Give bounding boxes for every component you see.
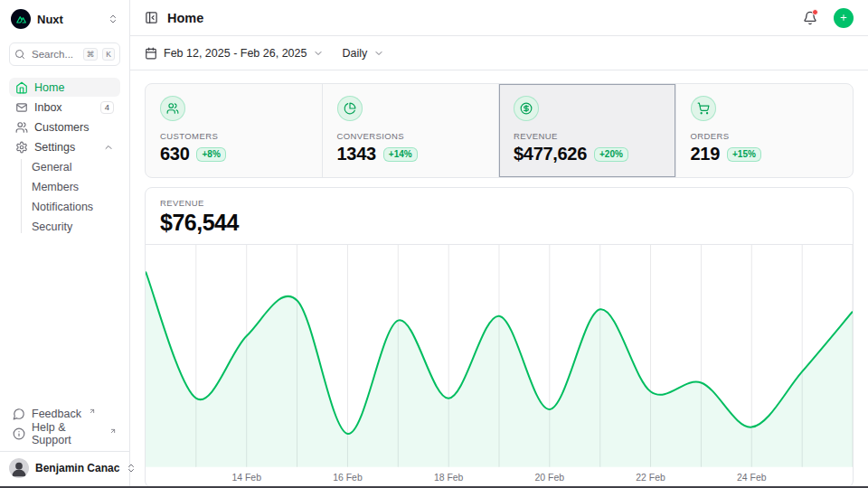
period-select[interactable]: Daily <box>342 47 384 60</box>
sidebar-footer: Feedback Help & Support <box>9 404 120 444</box>
sidebar-item-label: Home <box>34 81 114 94</box>
feedback-label: Feedback <box>32 408 81 420</box>
external-link-icon <box>89 408 96 415</box>
chart-metric-value: $76,544 <box>160 210 838 236</box>
revenue-area-chart[interactable]: 14 Feb16 Feb18 Feb20 Feb22 Feb24 Feb <box>146 245 853 486</box>
sidebar-item-label: Inbox <box>34 101 94 114</box>
sidebar: Nuxt ⌘ K Home Inbo <box>0 0 130 486</box>
search-input[interactable] <box>30 48 79 61</box>
avatar <box>9 458 29 478</box>
stat-value: 630 <box>160 144 189 164</box>
sidebar-item-inbox[interactable]: Inbox 4 <box>9 98 120 117</box>
kbd-cmd: ⌘ <box>83 48 99 61</box>
stats-row: CUSTOMERS 630 +8% CONVERSIONS 1343 +14% <box>145 83 854 178</box>
nuxt-logo <box>11 9 31 29</box>
stat-label: ORDERS <box>691 131 839 141</box>
home-icon <box>15 81 28 94</box>
sidebar-item-members[interactable]: Members <box>32 177 120 196</box>
page-title: Home <box>167 11 203 25</box>
stat-delta-badge: +15% <box>727 147 761 162</box>
feedback-icon <box>13 408 25 420</box>
filters-toolbar: Feb 12, 2025 - Feb 26, 2025 Daily <box>130 36 868 70</box>
date-range-picker[interactable]: Feb 12, 2025 - Feb 26, 2025 <box>145 47 324 60</box>
sidebar-item-label: Notifications <box>32 201 93 213</box>
user-name: Benjamin Canac <box>35 462 119 474</box>
svg-text:24 Feb: 24 Feb <box>737 472 767 483</box>
stat-delta-badge: +20% <box>594 147 628 162</box>
svg-text:22 Feb: 22 Feb <box>636 472 665 483</box>
notifications-button[interactable] <box>803 11 817 25</box>
dollar-circle-icon <box>514 96 539 121</box>
chevron-down-icon <box>313 48 324 59</box>
panel-left-close-icon <box>145 11 158 24</box>
collapse-sidebar-button[interactable] <box>145 11 158 24</box>
stat-value: $477,626 <box>514 144 587 164</box>
sidebar-item-label: Customers <box>34 121 114 134</box>
help-support-label: Help & Support <box>32 421 102 446</box>
search-icon <box>14 49 25 60</box>
external-link-icon <box>109 427 117 435</box>
kbd-k: K <box>102 48 115 61</box>
help-support-link[interactable]: Help & Support <box>9 424 120 443</box>
workspace-switcher[interactable]: Nuxt <box>9 7 120 31</box>
chart-header: REVENUE $76,544 <box>146 188 853 245</box>
plus-icon <box>839 12 848 23</box>
period-value: Daily <box>342 47 367 60</box>
inbox-count-badge: 4 <box>100 101 114 114</box>
info-icon <box>13 427 25 440</box>
chevron-down-icon <box>373 48 384 59</box>
stat-label: CUSTOMERS <box>160 131 307 141</box>
dashboard-app: Nuxt ⌘ K Home Inbo <box>0 0 868 486</box>
svg-text:16 Feb: 16 Feb <box>333 472 363 483</box>
add-button[interactable] <box>834 8 854 28</box>
sidebar-item-label: General <box>32 161 71 174</box>
chart-metric-label: REVENUE <box>160 198 838 208</box>
stat-value: 219 <box>691 144 720 164</box>
sidebar-item-general[interactable]: General <box>32 157 120 176</box>
sidebar-item-security[interactable]: Security <box>32 217 120 236</box>
cart-icon <box>691 96 716 121</box>
svg-text:18 Feb: 18 Feb <box>434 472 464 483</box>
stat-card-orders[interactable]: ORDERS 219 +15% <box>676 84 854 177</box>
search-box[interactable]: ⌘ K <box>9 42 120 66</box>
stat-card-revenue[interactable]: REVENUE $477,626 +20% <box>499 84 676 177</box>
stat-value: 1343 <box>337 144 376 164</box>
sidebar-item-notifications[interactable]: Notifications <box>32 197 120 216</box>
page-header: Home <box>130 0 868 36</box>
settings-subnav: General Members Notifications Security <box>9 157 120 236</box>
sidebar-item-settings[interactable]: Settings <box>9 137 120 156</box>
chevron-up-icon <box>103 142 114 153</box>
notification-dot <box>812 9 818 15</box>
main-panel: Home Feb 12, 2025 - Feb 26, 2025 <box>130 0 868 486</box>
stat-delta-badge: +8% <box>196 147 225 162</box>
workspace-name: Nuxt <box>37 13 101 26</box>
sidebar-item-home[interactable]: Home <box>9 78 120 97</box>
date-range-value: Feb 12, 2025 - Feb 26, 2025 <box>164 47 307 60</box>
calendar-icon <box>145 47 157 60</box>
users-icon <box>160 96 185 121</box>
gear-icon <box>15 141 28 154</box>
stat-label: REVENUE <box>514 131 661 141</box>
sidebar-spacer <box>9 237 120 404</box>
stat-card-customers[interactable]: CUSTOMERS 630 +8% <box>146 84 323 177</box>
sidebar-item-label: Settings <box>34 141 97 154</box>
page-content: CUSTOMERS 630 +8% CONVERSIONS 1343 +14% <box>130 70 868 486</box>
stat-delta-badge: +14% <box>383 147 418 162</box>
pie-chart-icon <box>337 96 363 121</box>
svg-text:20 Feb: 20 Feb <box>535 472 565 483</box>
users-icon <box>15 121 28 134</box>
nuxt-logo-glyph <box>15 14 27 25</box>
sidebar-nav: Home Inbox 4 Customers Settings <box>9 78 120 237</box>
sidebar-item-label: Members <box>32 181 79 193</box>
stat-card-conversions[interactable]: CONVERSIONS 1343 +14% <box>323 84 500 177</box>
sidebar-item-customers[interactable]: Customers <box>9 117 120 136</box>
user-menu[interactable]: Benjamin Canac <box>0 451 129 486</box>
sidebar-item-label: Security <box>32 221 72 233</box>
inbox-icon <box>15 101 28 114</box>
svg-text:14 Feb: 14 Feb <box>231 472 261 483</box>
stat-label: CONVERSIONS <box>337 131 485 141</box>
chevrons-up-down-icon <box>108 14 118 24</box>
revenue-chart-card: REVENUE $76,544 14 Feb16 Feb18 Feb20 Feb… <box>145 187 854 486</box>
